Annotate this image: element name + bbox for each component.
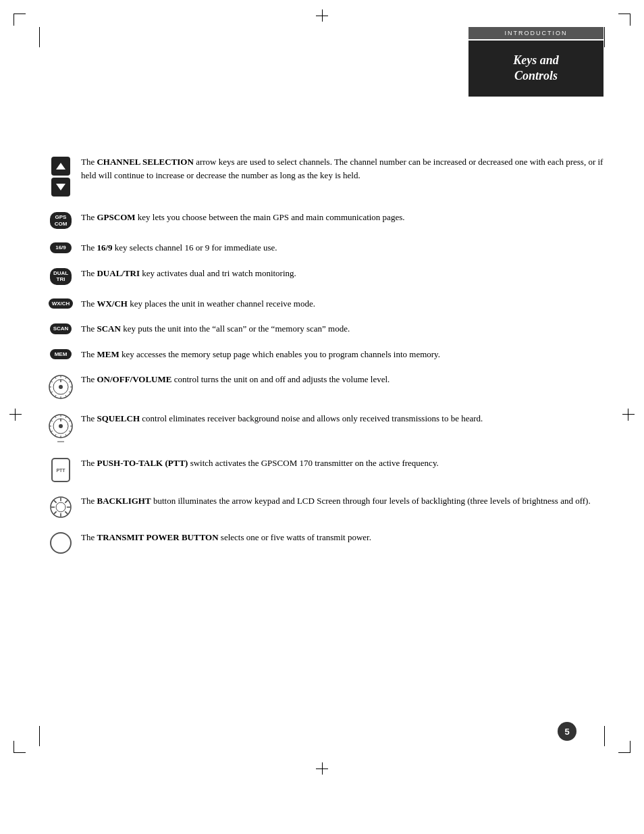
icon-gpscom: GPS COM (41, 211, 81, 229)
text-dual-tri: The DUAL/TRI key activates dual and tri … (81, 267, 603, 280)
corner-mark-br (618, 741, 630, 753)
backlight-icon (49, 496, 72, 519)
crosshair-left (9, 414, 22, 421)
text-wx-ch: The WX/CH key places the unit in weather… (81, 297, 603, 311)
arrow-down-button (51, 178, 70, 197)
svg-line-19 (65, 417, 67, 419)
icon-scan: SCAN (41, 322, 81, 334)
text-transmit-power: The TRANSMIT POWER BUTTON selects one or… (81, 531, 603, 544)
svg-line-22 (69, 431, 71, 432)
header: INTRODUCTION Keys andControls (468, 27, 603, 97)
list-item: The ON/OFF/VOLUME control turns the unit… (41, 373, 603, 400)
text-ptt: The PUSH-TO-TALK (PTT) switch activates … (81, 457, 603, 470)
svg-line-29 (55, 417, 57, 419)
transmit-power-icon (50, 532, 72, 554)
crosshair-top (316, 9, 328, 16)
svg-point-34 (56, 502, 65, 512)
list-item: PTTThe PUSH-TO-TALK (PTT) switch activat… (41, 457, 603, 482)
list-item: The CHANNEL SELECTION arrow keys are use… (41, 155, 603, 199)
svg-line-23 (65, 434, 67, 436)
pill-button-gpscom: GPS COM (50, 212, 72, 229)
svg-line-3 (65, 377, 67, 380)
svg-line-36 (65, 512, 68, 515)
svg-line-7 (65, 395, 67, 397)
corner-mark-tl (14, 14, 26, 26)
text-on-off-volume: The ON/OFF/VOLUME control turns the unit… (81, 373, 603, 386)
list-item: The BACKLIGHT button illuminates the arr… (41, 494, 603, 519)
svg-line-42 (65, 500, 68, 503)
svg-line-40 (54, 500, 57, 503)
page-title: Keys andControls (513, 53, 559, 82)
svg-point-30 (59, 424, 63, 428)
icon-ptt: PTT (41, 457, 81, 482)
icon-16-9: 16/9 (41, 241, 81, 253)
text-gpscom: The GPSCOM key lets you choose between t… (81, 211, 603, 224)
crosshair-bottom (316, 762, 328, 769)
icon-transmit-power (41, 531, 81, 554)
text-scan: The SCAN key puts the unit into the “all… (81, 322, 603, 336)
svg-line-28 (51, 421, 53, 422)
ptt-icon: PTT (51, 458, 70, 482)
content-area: The CHANNEL SELECTION arrow keys are use… (41, 155, 603, 566)
intro-label: INTRODUCTION (468, 27, 603, 39)
icon-mem: MEM (41, 348, 81, 360)
svg-point-14 (59, 385, 63, 389)
arrow-up-button (51, 157, 70, 176)
svg-line-10 (51, 392, 53, 393)
corner-mark-tr (618, 14, 630, 26)
right-line-bottom (604, 726, 605, 746)
pill-button-wx-ch: WX/CH (49, 298, 74, 309)
knob-icon-on-off-volume (48, 374, 74, 400)
svg-line-38 (54, 512, 57, 515)
pill-button-16-9: 16/9 (50, 242, 72, 253)
list-item: MEMThe MEM key accesses the memory setup… (41, 348, 603, 361)
list-item: The SQUELCH control eliminates receiver … (41, 412, 603, 444)
corner-mark-bl (14, 741, 26, 753)
text-16-9: The 16/9 key selects channel 16 or 9 for… (81, 241, 603, 255)
icon-channel-selection (41, 155, 81, 199)
icon-backlight (41, 494, 81, 519)
list-item: WX/CHThe WX/CH key places the unit in we… (41, 297, 603, 311)
crosshair-right (622, 414, 635, 421)
svg-line-25 (55, 434, 57, 436)
list-item: GPS COMThe GPSCOM key lets you choose be… (41, 211, 603, 229)
pill-button-dual-tri: DUAL TRI (50, 268, 72, 285)
text-channel-selection: The CHANNEL SELECTION arrow keys are use… (81, 155, 603, 182)
icon-on-off-volume (41, 373, 81, 400)
icon-dual-tri: DUAL TRI (41, 267, 81, 285)
pill-button-scan: SCAN (50, 323, 72, 334)
icon-squelch (41, 412, 81, 444)
icon-wx-ch: WX/CH (41, 297, 81, 309)
svg-line-4 (69, 382, 71, 383)
text-mem: The MEM key accesses the memory setup pa… (81, 348, 603, 361)
svg-line-26 (51, 431, 53, 432)
list-item: DUAL TRIThe DUAL/TRI key activates dual … (41, 267, 603, 285)
title-box: Keys andControls (468, 41, 603, 97)
svg-line-20 (69, 421, 71, 422)
left-line-top (39, 27, 40, 47)
svg-line-6 (69, 392, 71, 393)
right-line-top (604, 27, 605, 47)
svg-line-9 (55, 395, 57, 397)
text-squelch: The SQUELCH control eliminates receiver … (81, 412, 603, 425)
page-number: 5 (558, 722, 576, 741)
left-line-bottom (39, 726, 40, 746)
pill-button-mem: MEM (50, 349, 72, 360)
text-backlight: The BACKLIGHT button illuminates the arr… (81, 494, 603, 508)
svg-line-13 (55, 377, 57, 380)
list-item: The TRANSMIT POWER BUTTON selects one or… (41, 531, 603, 554)
svg-line-12 (51, 382, 53, 383)
list-item: SCANThe SCAN key puts the unit into the … (41, 322, 603, 336)
knob-icon-squelch (48, 413, 74, 439)
list-item: 16/9The 16/9 key selects channel 16 or 9… (41, 241, 603, 255)
